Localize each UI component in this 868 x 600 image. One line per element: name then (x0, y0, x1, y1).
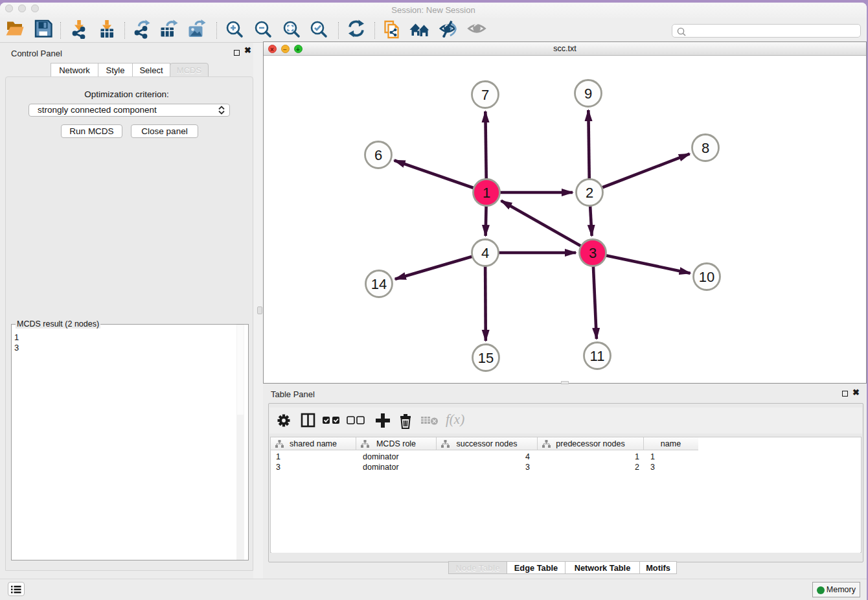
svg-text:10: 10 (699, 269, 714, 285)
svg-text:4: 4 (481, 245, 489, 261)
svg-text:2: 2 (586, 185, 593, 201)
svg-text:8: 8 (702, 140, 709, 156)
svg-text:14: 14 (371, 276, 387, 292)
svg-text:6: 6 (374, 147, 382, 163)
svg-text:15: 15 (478, 350, 494, 366)
svg-text:7: 7 (481, 87, 489, 103)
svg-text:1: 1 (483, 185, 490, 201)
svg-text:9: 9 (584, 86, 592, 102)
svg-text:11: 11 (590, 348, 605, 364)
svg-text:3: 3 (589, 245, 597, 261)
